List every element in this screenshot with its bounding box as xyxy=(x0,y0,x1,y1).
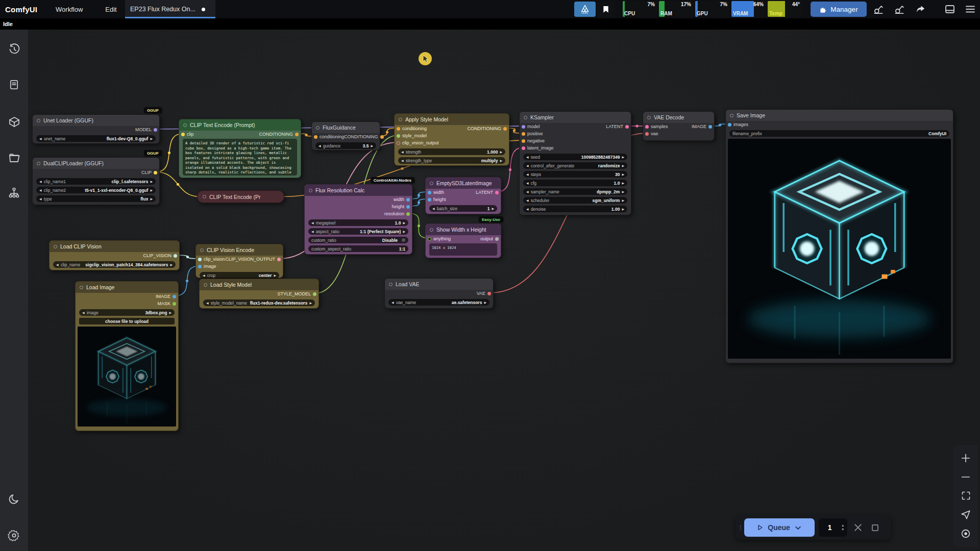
decrement-arrow-icon[interactable]: ◀ xyxy=(526,173,529,176)
decrement-arrow-icon[interactable]: ◀ xyxy=(401,151,404,154)
output-slot-CONDITIONING[interactable]: CONDITIONING xyxy=(259,132,299,137)
node-load-image[interactable]: Load Image IMAGE MASK◀image3dbox.png▶cho… xyxy=(75,281,179,431)
zoom-out-button[interactable] xyxy=(960,471,971,483)
increment-arrow-icon[interactable]: ▶ xyxy=(622,156,624,159)
increment-arrow-icon[interactable]: ▶ xyxy=(169,311,172,314)
input-slot-negative[interactable]: negative xyxy=(522,138,545,143)
increment-arrow-icon[interactable]: ▶ xyxy=(484,301,486,304)
node-dualclip-loader[interactable]: DualCLIPLoader (GGUF) CLIP◀clip_name1cli… xyxy=(32,157,160,205)
node-empty-sd3-latent[interactable]: EmptySD3LatentImage width LATENT height◀… xyxy=(425,177,501,214)
decrement-arrow-icon[interactable]: ◀ xyxy=(203,274,205,277)
increment-arrow-icon[interactable]: ▶ xyxy=(309,302,312,305)
prompt-textarea[interactable]: A detailed 3D render of a futuristic red… xyxy=(183,139,297,176)
node-flux-guidance[interactable]: FluxGuidance conditioning CONDITIONING◀g… xyxy=(311,121,380,151)
node-apply-style-model[interactable]: Apply Style Model conditioning CONDITION… xyxy=(394,113,509,166)
increment-arrow-icon[interactable]: ▶ xyxy=(500,151,502,154)
collapse-toggle[interactable] xyxy=(200,248,204,252)
widget-seed[interactable]: ◀seed1009852882487349▶ xyxy=(523,154,627,160)
widget-clip_name1[interactable]: ◀clip_name1clip_l.safetensors▶ xyxy=(36,178,156,185)
input-slot-clip_vision_output[interactable]: clip_vision_output xyxy=(397,140,439,145)
sidebar-model-library-button[interactable] xyxy=(8,115,21,129)
link-midpoint-dot[interactable] xyxy=(186,256,189,258)
decrement-arrow-icon[interactable]: ◀ xyxy=(526,182,529,185)
collapse-toggle[interactable] xyxy=(80,286,83,289)
slot-dot[interactable] xyxy=(645,125,649,129)
increment-arrow-icon[interactable]: ▶ xyxy=(622,182,624,185)
widget-unet_name[interactable]: ◀unet_nameflux1-dev-Q8_0.gguf▶ xyxy=(36,135,156,142)
slot-dot[interactable] xyxy=(313,292,316,296)
slot-dot[interactable] xyxy=(522,146,525,150)
slot-dot[interactable] xyxy=(522,125,525,129)
output-slot-width[interactable]: width xyxy=(394,197,410,202)
slot-dot[interactable] xyxy=(397,141,400,145)
widget-custom_ratio[interactable]: custom_ratioDisable xyxy=(308,237,408,243)
node-load-clip-vision[interactable]: Load CLIP Vision CLIP_VISION◀clip_namesi… xyxy=(49,240,180,270)
widget-control_after_generate[interactable]: ◀control_after_generaterandomize▶ xyxy=(523,162,627,169)
slot-dot[interactable] xyxy=(428,237,431,241)
input-slot-model[interactable]: model xyxy=(522,124,540,129)
slot-dot[interactable] xyxy=(406,212,410,216)
widget-strength_type[interactable]: ◀strength_typemultiply▶ xyxy=(398,157,505,164)
node-show-width-height[interactable]: Show Width x Height anything output1024 … xyxy=(425,223,501,258)
collapse-toggle[interactable] xyxy=(316,126,320,130)
decrement-arrow-icon[interactable]: ◀ xyxy=(311,230,314,233)
increment-arrow-icon[interactable]: ▶ xyxy=(622,199,624,202)
decrement-arrow-icon[interactable]: ◀ xyxy=(206,302,209,305)
sidebar-settings-button[interactable] xyxy=(8,529,21,542)
collapse-toggle[interactable] xyxy=(54,245,57,248)
widget-denoise[interactable]: ◀denoise1.00▶ xyxy=(523,206,627,212)
decrement-arrow-icon[interactable]: ◀ xyxy=(526,190,529,193)
decrement-arrow-icon[interactable]: ◀ xyxy=(401,159,404,162)
output-slot-CLIP[interactable]: CLIP xyxy=(141,170,157,175)
sidebar-workflows-folder-button[interactable] xyxy=(8,152,21,165)
drag-handle[interactable]: ⁞ xyxy=(740,524,741,532)
link-midpoint-dot[interactable] xyxy=(401,167,403,170)
output-slot-CONDITIONING[interactable]: CONDITIONING xyxy=(344,134,384,139)
slot-dot[interactable] xyxy=(728,123,731,127)
output-slot-CLIP_VISION_OUTPUT[interactable]: CLIP_VISION_OUTPUT xyxy=(225,257,281,262)
slot-dot[interactable] xyxy=(406,205,410,209)
collapse-toggle[interactable] xyxy=(37,162,40,165)
output-slot-CLIP_VISION[interactable]: CLIP_VISION xyxy=(143,253,177,258)
link-midpoint-dot[interactable] xyxy=(386,131,388,133)
input-slot-latent_image[interactable]: latent_image xyxy=(522,145,554,151)
slot-dot[interactable] xyxy=(428,198,431,202)
slot-dot[interactable] xyxy=(406,198,410,202)
widget-crop[interactable]: ◀cropcenter▶ xyxy=(200,272,279,279)
collapse-toggle[interactable] xyxy=(203,195,206,198)
widget-clip_name2[interactable]: ◀clip_name2t5-v1_1-xxl-encoder-Q8_0.gguf… xyxy=(36,187,156,193)
collapse-toggle[interactable] xyxy=(399,118,402,121)
increment-arrow-icon[interactable]: ▶ xyxy=(150,180,153,183)
slot-dot[interactable] xyxy=(487,292,491,295)
input-slot-image[interactable]: image xyxy=(198,264,216,269)
decrement-arrow-icon[interactable]: ◀ xyxy=(526,199,529,202)
slot-dot[interactable] xyxy=(154,171,157,174)
upload-button[interactable]: choose file to upload xyxy=(79,318,175,324)
increment-arrow-icon[interactable]: ▶ xyxy=(150,189,153,192)
slot-dot[interactable] xyxy=(198,258,202,261)
share-button[interactable] xyxy=(915,4,926,15)
decrement-arrow-icon[interactable]: ◀ xyxy=(39,137,42,140)
widget-clip_name[interactable]: ◀clip_namesigclip_vision_patch14_384.saf… xyxy=(53,261,176,268)
widget-aspect_ratio[interactable]: ◀aspect_ratio1:1 (Perfect Square)▶ xyxy=(308,228,408,235)
link-midpoint-dot[interactable] xyxy=(177,183,179,186)
decrement-arrow-icon[interactable]: ◀ xyxy=(526,156,529,159)
increment-arrow-icon[interactable]: ▶ xyxy=(371,144,373,147)
slot-dot[interactable] xyxy=(173,302,176,306)
link-midpoint-dot[interactable] xyxy=(418,201,420,204)
node-ksampler[interactable]: KSampler model LATENT positive negative … xyxy=(519,111,631,215)
decrement-arrow-icon[interactable]: ◀ xyxy=(39,197,42,201)
slot-dot[interactable] xyxy=(645,132,649,136)
collapse-toggle[interactable] xyxy=(730,114,733,117)
slot-dot[interactable] xyxy=(522,139,525,143)
chevron-down-icon[interactable] xyxy=(794,524,802,532)
node-load-style-model[interactable]: Load Style Model STYLE_MODEL◀style_model… xyxy=(199,279,319,309)
link-midpoint-dot[interactable] xyxy=(509,168,511,171)
increment-arrow-icon[interactable]: ▶ xyxy=(492,207,494,210)
widget-scheduler[interactable]: ◀schedulersgm_uniform▶ xyxy=(523,197,627,204)
decrement-arrow-icon[interactable]: ◀ xyxy=(432,207,435,210)
collapse-toggle[interactable] xyxy=(524,116,527,119)
slot-dot[interactable] xyxy=(708,125,712,129)
collapse-toggle[interactable] xyxy=(430,228,433,232)
output-slot-LATENT[interactable]: LATENT xyxy=(476,190,499,195)
